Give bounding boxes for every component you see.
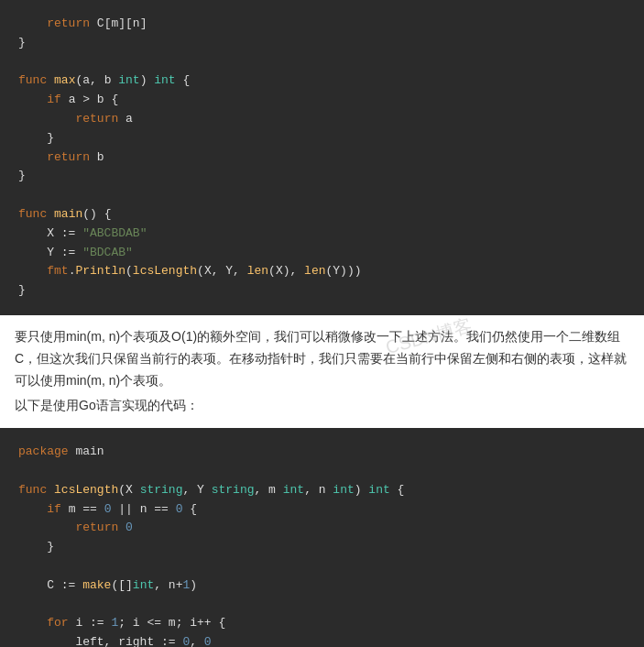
code-line: for i := 1; i <= m; i++ { [18, 614, 626, 633]
page-container: return C[m][n] } func max(a, b int) int … [0, 0, 644, 647]
code-line: func max(a, b int) int { [18, 71, 626, 91]
code-line: C := make([]int, n+1) [18, 576, 626, 596]
code-line: } [18, 34, 626, 53]
code-line [18, 462, 626, 481]
text-content: 要只使用min(m, n)个表项及O(1)的额外空间，我们可以稍微修改一下上述方… [0, 315, 644, 428]
code-line: return b [18, 148, 626, 168]
code-block-2: package main func lcsLength(X string, Y … [0, 428, 644, 647]
code-line: Y := "BDCAB" [18, 244, 626, 263]
code-line: return C[m][n] [18, 15, 626, 34]
code-line: return 0 [18, 519, 626, 538]
code-line: fmt.Println(lcsLength(X, Y, len(X), len(… [18, 262, 626, 281]
code-line: func main() { [18, 205, 626, 225]
code-line: left, right := 0, 0 [18, 633, 626, 647]
text-block: 要只使用min(m, n)个表项及O(1)的额外空间，我们可以稍微修改一下上述方… [0, 315, 644, 428]
code-line [18, 557, 626, 576]
code-line: func lcsLength(X string, Y string, m int… [18, 481, 626, 500]
paragraph-1: 要只使用min(m, n)个表项及O(1)的额外空间，我们可以稍微修改一下上述方… [15, 326, 629, 391]
code-line [18, 53, 626, 72]
code-line: } [18, 129, 626, 148]
code-line [18, 596, 626, 615]
code-line: } [18, 281, 626, 301]
code-line: X := "ABCBDAB" [18, 225, 626, 244]
paragraph-2: 以下是使用Go语言实现的代码： [15, 395, 629, 417]
code-line: if m == 0 || n == 0 { [18, 500, 626, 520]
code-line: if a > b { [18, 91, 626, 110]
code-line: } [18, 167, 626, 186]
code-line: return a [18, 110, 626, 129]
code-line: package main [18, 443, 626, 462]
code-block-1: return C[m][n] } func max(a, b int) int … [0, 0, 644, 315]
code-line: } [18, 538, 626, 557]
code-line [18, 186, 626, 205]
